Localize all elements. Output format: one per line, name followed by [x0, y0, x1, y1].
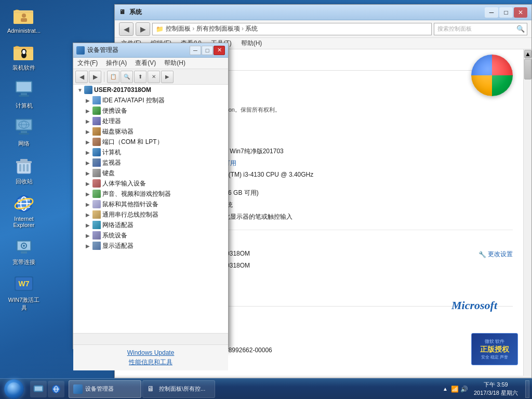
dm-tree-item-display[interactable]: ▶ 显示适配器	[73, 241, 228, 251]
dm-menu-file[interactable]: 文件(F)	[75, 58, 100, 69]
device-manager-window: 设备管理器 ─ □ ✕ 文件(F) 操作(A) 查看(V) 帮助(H) ◀ ▶ …	[73, 43, 229, 349]
cp-scrollbar[interactable]: ▲	[523, 49, 531, 376]
bus-expand-arrow: ▶	[86, 212, 91, 218]
dm-windows-update-link[interactable]: Windows Update	[127, 349, 175, 356]
sysdev-icon	[92, 231, 101, 240]
dm-tree-item-portable[interactable]: ▶ 便携设备	[73, 105, 228, 116]
dm-update-button[interactable]: ⬆	[134, 71, 147, 83]
dm-menu-view[interactable]: 查看(V)	[133, 58, 158, 69]
dm-performance-link[interactable]: 性能信息和工具	[129, 358, 172, 367]
windows-logo-circle	[471, 55, 513, 96]
tray-network-icon[interactable]: 📶	[450, 385, 459, 393]
computer-expand-arrow: ▶	[86, 150, 91, 155]
root-computer-icon	[84, 86, 92, 94]
desktop-icons: Administrat... 装机软件	[5, 5, 43, 312]
tray-volume-icon[interactable]: 🔊	[460, 385, 468, 393]
dm-tree-item-sound[interactable]: ▶ 声音、视频和游戏控制器	[73, 189, 228, 199]
cp-search-icon: 🔍	[516, 25, 525, 33]
cp-forward-button[interactable]: ▶	[136, 22, 150, 36]
admin-folder-icon	[14, 5, 34, 26]
cp-back-button[interactable]: ◀	[119, 22, 134, 36]
taskbar-items: 设备管理器 🖥 控制面板\所有控...	[66, 379, 438, 399]
dm-maximize-button[interactable]: □	[202, 46, 213, 55]
keyboard-icon	[92, 169, 101, 177]
dm-minimize-button[interactable]: ─	[190, 46, 201, 55]
dm-tree-item-hid[interactable]: ▶ 人体学输入设备	[73, 178, 228, 189]
dm-tree-item-computer[interactable]: ▶ 计算机	[73, 147, 228, 157]
dm-tree-item-network[interactable]: ▶ 网络适配器	[73, 220, 228, 230]
dm-tree-item-port[interactable]: ▶ 端口（COM 和 LPT）	[73, 137, 228, 147]
dm-tree-item-processor[interactable]: ▶ 处理器	[73, 116, 228, 126]
svg-rect-20	[19, 133, 29, 135]
desktop-icon-recycle[interactable]: 回收站	[5, 155, 43, 185]
dm-tree-item-disk[interactable]: ▶ 磁盘驱动器	[73, 126, 228, 137]
svg-rect-19	[21, 131, 27, 133]
cp-taskbar-label: 控制面板\所有控...	[159, 385, 205, 393]
cp-search-box[interactable]: 搜索控制面板 🔍	[434, 23, 527, 35]
start-button[interactable]	[0, 379, 28, 400]
dm-tree-item-sysdev[interactable]: ▶ 系统设备	[73, 230, 228, 241]
disk-label: 磁盘驱动器	[102, 127, 134, 136]
admin-icon-label: Administrat...	[7, 28, 41, 34]
cp-address-bar[interactable]: 📁 控制面板 › 所有控制面板项 › 系统	[152, 23, 432, 35]
tray-clock[interactable]: 下午 3:59 2017/3/18 星期六	[470, 381, 522, 397]
desktop-icon-install-soft[interactable]: 装机软件	[5, 42, 43, 72]
show-desktop-button[interactable]	[525, 380, 529, 398]
taskbar-control-panel[interactable]: 🖥 控制面板\所有控...	[142, 380, 215, 398]
dm-tree-item-monitor[interactable]: ▶ 监视器	[73, 157, 228, 168]
dm-menu-action[interactable]: 操作(A)	[104, 58, 129, 69]
sound-icon	[92, 190, 101, 198]
desktop-icon-network[interactable]: 网络	[5, 117, 43, 148]
scrollbar-thumb[interactable]	[524, 59, 531, 79]
display-expand-arrow: ▶	[86, 243, 91, 249]
hid-icon	[92, 179, 101, 188]
display-label: 显示适配器	[102, 242, 134, 250]
show-desktop-quick[interactable]	[30, 381, 47, 397]
dm-forward-button[interactable]: ▶	[89, 71, 101, 83]
cp-search-text: 搜索控制面板	[437, 25, 472, 33]
keyboard-expand-arrow: ▶	[86, 170, 91, 176]
port-label: 端口（COM 和 LPT）	[102, 138, 163, 147]
dm-tree-item-bus[interactable]: ▶ 通用串行总线控制器	[73, 209, 228, 220]
ie-icon-label: InternetExplorer	[14, 216, 35, 228]
svg-point-38	[23, 245, 25, 247]
dm-tree-root[interactable]: ▼ USER-20170318OM	[73, 85, 228, 95]
svg-rect-12	[21, 93, 27, 95]
svg-point-9	[22, 50, 25, 54]
clock-time: 下午 3:59	[474, 381, 518, 389]
change-settings-button[interactable]: 🔧 更改设置	[478, 250, 513, 259]
activation-badge-line2: 正版授权	[480, 345, 509, 354]
desktop-icon-win7-activate[interactable]: W7 WIN7激活工具	[5, 274, 43, 312]
ie-quick-launch[interactable]	[48, 381, 64, 397]
dm-tree-item-keyboard[interactable]: ▶ 键盘	[73, 168, 228, 178]
dm-uninstall-button[interactable]: ✕	[148, 71, 160, 83]
cp-menu-help[interactable]: 帮助(H)	[239, 38, 264, 49]
computer-icon-label: 计算机	[16, 102, 33, 110]
desktop-icon-internet-explorer[interactable]: InternetExplorer	[5, 193, 43, 228]
keyboard-label: 键盘	[102, 169, 115, 178]
tray-arrow-icon[interactable]: ▲	[441, 385, 449, 393]
scroll-up-button[interactable]: ▲	[524, 50, 531, 58]
start-orb[interactable]	[4, 379, 24, 399]
dm-scan-button[interactable]: 🔍	[121, 71, 133, 83]
dm-properties-button[interactable]: 📋	[107, 71, 119, 83]
desktop-icon-admin[interactable]: Administrat...	[5, 5, 43, 34]
dm-title-text: 设备管理器	[87, 46, 118, 55]
windows-logo	[471, 55, 513, 96]
network-icon	[14, 117, 34, 138]
dm-title-left: 设备管理器	[76, 46, 118, 55]
desktop-icon-computer[interactable]: 计算机	[5, 79, 43, 110]
dm-close-button[interactable]: ✕	[214, 46, 225, 55]
dm-tree-item-ide[interactable]: ▶ IDE ATA/ATAPI 控制器	[73, 95, 228, 105]
dm-menu-help[interactable]: 帮助(H)	[162, 58, 188, 69]
desktop-icon-broadband[interactable]: 宽带连接	[5, 236, 43, 266]
taskbar-device-manager[interactable]: 设备管理器	[69, 380, 141, 398]
cp-maximize-button[interactable]: □	[499, 7, 513, 18]
dm-back-button[interactable]: ◀	[75, 71, 88, 83]
dm-enable-button[interactable]: ▶	[161, 71, 174, 83]
disk-icon	[92, 127, 101, 136]
cp-minimize-button[interactable]: ─	[485, 7, 498, 18]
dm-menubar: 文件(F) 操作(A) 查看(V) 帮助(H)	[73, 58, 228, 69]
dm-tree-item-mouse[interactable]: ▶ 鼠标和其他指针设备	[73, 199, 228, 209]
cp-close-button[interactable]: ✕	[514, 7, 527, 18]
